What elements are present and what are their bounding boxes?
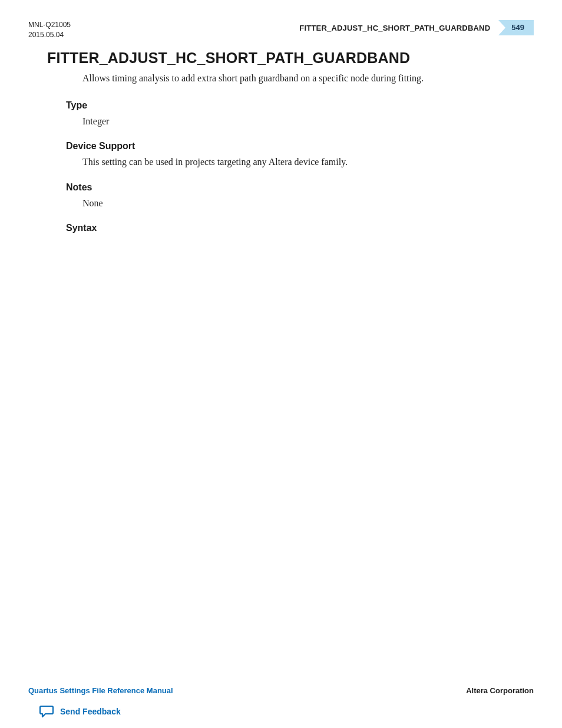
intro-paragraph: Allows timing analysis to add extra shor…: [82, 71, 515, 85]
page-title: FITTER_ADJUST_HC_SHORT_PATH_GUARDBAND: [47, 50, 515, 67]
section-body-device-support: This setting can be used in projects tar…: [82, 155, 515, 169]
section-heading-type: Type: [66, 100, 515, 111]
page-number-badge: 549: [498, 20, 534, 35]
section-heading-notes: Notes: [66, 182, 515, 193]
section-heading-syntax: Syntax: [66, 223, 515, 233]
header-right: FITTER_ADJUST_HC_SHORT_PATH_GUARDBAND 54…: [299, 20, 534, 35]
speech-bubble-icon: [39, 704, 54, 719]
section-body-type: Integer: [82, 114, 515, 128]
doc-id: MNL-Q21005: [28, 20, 71, 30]
page-content: FITTER_ADJUST_HC_SHORT_PATH_GUARDBAND Al…: [47, 50, 515, 237]
page-header: MNL-Q21005 2015.05.04 FITTER_ADJUST_HC_S…: [28, 20, 534, 40]
send-feedback-label: Send Feedback: [60, 707, 121, 716]
running-title: FITTER_ADJUST_HC_SHORT_PATH_GUARDBAND: [299, 24, 498, 32]
section-heading-device-support: Device Support: [66, 141, 515, 151]
manual-name-link[interactable]: Quartus Settings File Reference Manual: [28, 686, 173, 695]
section-body-notes: None: [82, 196, 515, 210]
badge-notch-icon: [498, 20, 505, 35]
doc-date: 2015.05.04: [28, 30, 71, 40]
page-footer: Quartus Settings File Reference Manual A…: [28, 686, 534, 695]
document-page: MNL-Q21005 2015.05.04 FITTER_ADJUST_HC_S…: [0, 0, 562, 728]
header-meta: MNL-Q21005 2015.05.04: [28, 20, 71, 40]
send-feedback-link[interactable]: Send Feedback: [39, 704, 121, 719]
company-name: Altera Corporation: [466, 686, 534, 695]
